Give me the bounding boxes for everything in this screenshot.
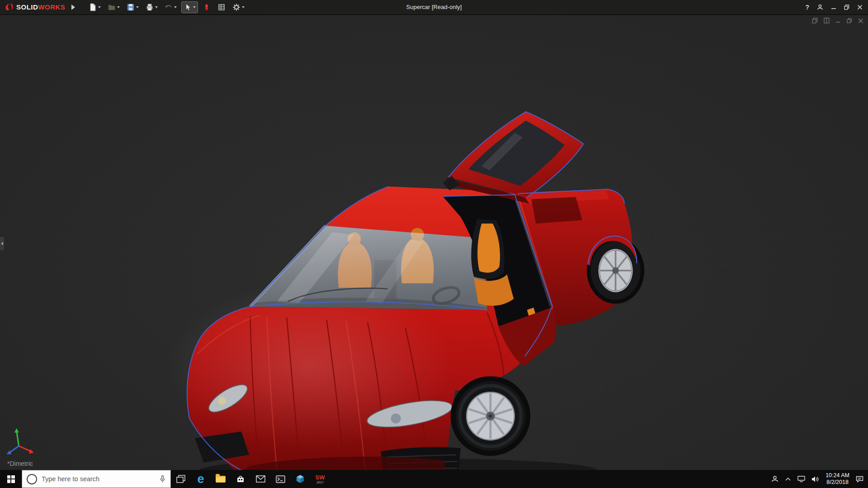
logo-text-solid: SOLID xyxy=(16,3,38,11)
3d-viewport[interactable] xyxy=(0,0,868,488)
document-window-controls xyxy=(812,17,863,25)
edrawings-button[interactable] xyxy=(290,470,310,488)
people-icon xyxy=(771,475,778,483)
doc-close-icon xyxy=(858,18,863,23)
maximize-button[interactable] xyxy=(844,5,849,10)
logo-text-works: WORKS xyxy=(38,3,65,11)
undo-button[interactable] xyxy=(163,2,179,13)
doc-restore-button[interactable] xyxy=(847,17,852,25)
file-explorer-icon xyxy=(216,476,226,483)
quick-access-toolbar xyxy=(87,2,246,13)
menu-flyout-arrow-icon[interactable] xyxy=(71,5,75,10)
microphone-icon[interactable] xyxy=(159,475,166,483)
windows-taskbar: e SW 2017 xyxy=(0,470,868,488)
dropdown-caret-icon[interactable] xyxy=(98,6,101,8)
options-button[interactable] xyxy=(231,2,246,13)
document-title: Supercar [Read-only] xyxy=(406,0,462,14)
undo-arrow-icon xyxy=(165,3,173,11)
login-button[interactable] xyxy=(817,4,823,10)
save-floppy-icon xyxy=(127,3,135,11)
search-input[interactable] xyxy=(41,475,156,483)
dropdown-caret-icon[interactable] xyxy=(117,6,120,8)
file-properties-icon xyxy=(217,3,226,11)
close-button[interactable] xyxy=(857,5,863,10)
taskbar-clock[interactable]: 10:24 AM 8/2/2018 xyxy=(826,472,849,486)
dropdown-caret-icon[interactable] xyxy=(136,6,139,8)
taskbar-search[interactable] xyxy=(22,470,171,488)
save-button[interactable] xyxy=(125,2,141,13)
rebuild-traffic-light-icon xyxy=(203,3,211,11)
cascade-windows-button[interactable] xyxy=(812,17,818,25)
doc-close-button[interactable] xyxy=(858,17,863,25)
restore-icon xyxy=(844,5,849,10)
mail-icon xyxy=(256,475,265,483)
tile-windows-button[interactable] xyxy=(824,17,830,25)
help-button[interactable]: ? xyxy=(805,4,809,11)
speaker-icon xyxy=(811,476,819,483)
view-orientation-label: *Dimetric xyxy=(7,460,33,467)
system-tray: 10:24 AM 8/2/2018 xyxy=(771,470,868,488)
minimize-button[interactable] xyxy=(831,5,836,10)
select-button[interactable] xyxy=(182,2,198,13)
print-icon xyxy=(146,3,154,11)
close-icon xyxy=(857,5,863,10)
tray-expand-button[interactable] xyxy=(785,470,791,488)
dropdown-caret-icon[interactable] xyxy=(155,6,158,8)
solidworks-logo: SOLIDWORKS xyxy=(0,3,65,12)
doc-minimize-button[interactable] xyxy=(835,17,841,25)
chevron-left-icon xyxy=(1,242,3,245)
sw-letters: SW xyxy=(316,474,325,480)
open-button[interactable] xyxy=(106,2,122,13)
task-view-icon xyxy=(176,475,185,483)
options-gear-icon xyxy=(232,3,241,11)
sw-year: 2017 xyxy=(316,481,324,484)
file-properties-button[interactable] xyxy=(216,2,227,13)
cascade-windows-icon xyxy=(812,18,818,23)
edrawings-icon xyxy=(296,474,305,483)
network-icon xyxy=(797,476,805,482)
command-prompt-button[interactable] xyxy=(270,470,290,488)
action-center-button[interactable] xyxy=(856,470,863,488)
dropdown-caret-icon[interactable] xyxy=(174,6,177,8)
file-explorer-button[interactable] xyxy=(211,470,231,488)
new-document-icon xyxy=(89,3,97,11)
clock-date: 8/2/2018 xyxy=(826,479,849,486)
edge-button[interactable]: e xyxy=(191,470,211,488)
solidworks-2017-icon: SW 2017 xyxy=(316,474,325,484)
print-button[interactable] xyxy=(144,2,160,13)
clock-time: 10:24 AM xyxy=(826,472,849,479)
doc-minimize-icon xyxy=(835,18,841,23)
cortana-icon[interactable] xyxy=(27,474,37,484)
solidworks-taskbar-button[interactable]: SW 2017 xyxy=(310,470,330,488)
user-icon xyxy=(817,4,823,10)
rebuild-button[interactable] xyxy=(201,2,212,13)
notification-icon xyxy=(856,476,863,483)
doc-restore-icon xyxy=(847,18,852,23)
dassault-systemes-icon xyxy=(4,3,14,12)
new-document-button[interactable] xyxy=(87,2,103,13)
mail-button[interactable] xyxy=(250,470,270,488)
panel-collapse-tab[interactable] xyxy=(0,237,4,250)
dropdown-caret-icon[interactable] xyxy=(193,6,196,8)
volume-button[interactable] xyxy=(811,470,819,488)
front-wheel[interactable] xyxy=(451,376,530,456)
edge-icon: e xyxy=(197,473,204,485)
app-titlebar: SOLIDWORKS xyxy=(0,0,868,15)
open-folder-icon xyxy=(108,3,116,11)
network-button[interactable] xyxy=(797,470,805,488)
select-cursor-icon xyxy=(184,3,192,11)
store-button[interactable] xyxy=(231,470,250,488)
tile-windows-icon xyxy=(824,18,830,23)
command-prompt-icon xyxy=(276,475,285,483)
start-button[interactable] xyxy=(0,470,22,488)
task-view-button[interactable] xyxy=(171,470,191,488)
store-bag-icon xyxy=(236,474,245,483)
minimize-icon xyxy=(831,5,836,10)
dropdown-caret-icon[interactable] xyxy=(242,6,245,8)
windows-logo-icon xyxy=(7,475,15,483)
chevron-up-icon xyxy=(785,477,791,481)
people-button[interactable] xyxy=(771,470,778,488)
